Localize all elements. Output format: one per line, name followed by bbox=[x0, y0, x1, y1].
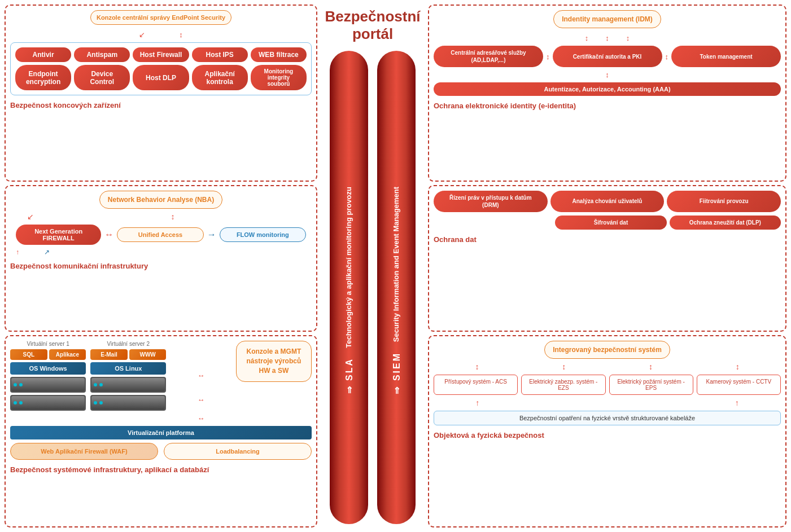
dlp-pill: Ochrana zneužití dat (DLP) bbox=[670, 216, 781, 230]
device-control-pill: Device Control bbox=[74, 65, 130, 90]
cylinder-siem: Security Information and Event Managemen… bbox=[377, 51, 416, 524]
section-title-dataprotection: Ochrana dat bbox=[434, 235, 781, 244]
server1-icon bbox=[10, 377, 86, 393]
server2-icon-2 bbox=[90, 395, 166, 411]
nba-pill: Network Behavior Analyse (NBA) bbox=[99, 191, 222, 209]
server-dot-8 bbox=[99, 401, 103, 405]
konzole-mgmt-pill: Konzole a MGMT nástroje výrobců HW a SW bbox=[236, 341, 312, 381]
monitoring-integrity-pill: Monitoring integrity souborů bbox=[251, 65, 307, 90]
arrow-h1: ↕ bbox=[546, 46, 550, 67]
server1-icon-2 bbox=[10, 395, 86, 411]
siem-label: ⇒ SIEM bbox=[391, 352, 402, 394]
aplikace-app: Aplikace bbox=[49, 349, 86, 360]
cable-label-box: Bezpečnostní opatření na fyzické vrstvě … bbox=[434, 411, 781, 425]
phys-up-arrows: ↕↕↕↕ bbox=[434, 362, 781, 371]
filtering-pill: Fiitrování provozu bbox=[667, 191, 781, 212]
firewall-pill: Next Generation FIREWALL bbox=[16, 225, 101, 245]
konzole-pill: Konzole centrální správy EndPoint Securi… bbox=[90, 10, 231, 25]
waf-pill: Web Aplikační Firewall (WAF) bbox=[10, 443, 158, 460]
section-title-endpoint: Bezpečnost koncových zařízení bbox=[10, 101, 312, 109]
endpoint-enc-pill: Endpoint encryption bbox=[15, 65, 71, 90]
host-ips-pill: Host IPS bbox=[192, 47, 248, 62]
cylinder-siem-text: Security Information and Event Managemen… bbox=[392, 181, 401, 348]
server1-label: Virtuální server 1 bbox=[10, 341, 86, 347]
server-dot-4 bbox=[19, 401, 23, 405]
idm-pill: Indentity management (IDM) bbox=[553, 10, 661, 28]
host-firewall-pill: Host Firewall bbox=[133, 47, 189, 62]
server2-icon bbox=[90, 377, 166, 393]
phys-up-arrows-2: ↑||↑ bbox=[434, 398, 781, 407]
arrow-konzole-2: ↔ bbox=[198, 395, 205, 404]
server2-label: Virtuální server 2 bbox=[90, 341, 166, 347]
bottom-arrow-row: ↑ ↗ bbox=[10, 248, 312, 256]
idm-arrows: ↕↕↕ bbox=[434, 34, 781, 42]
sql-app: SQL bbox=[10, 349, 47, 360]
web-filtrace-pill: WEB filtrace bbox=[251, 47, 307, 62]
phys-cctv-item: Kamerový systém - CCTV bbox=[697, 375, 781, 395]
section-title-network: Bezpečnost komunikační infrastruktury bbox=[10, 262, 312, 270]
section-title-sysinfra: Bezpečnost systémové infrastruktury, apl… bbox=[10, 465, 312, 474]
arrow-h2: ↕ bbox=[665, 46, 669, 67]
os-linux-bar: OS Linux bbox=[90, 362, 166, 375]
aaa-pill: Autentizace, Autorizace, Accounting (AAA… bbox=[434, 82, 781, 96]
email-app: E-Mail bbox=[90, 349, 128, 360]
phys-ezs-item: Elektrický zabezp. systém - EZS bbox=[521, 375, 605, 395]
host-dlp-pill: Host DLP bbox=[133, 65, 189, 90]
arrow-konzole: ↔ bbox=[198, 371, 205, 380]
phys-acs-item: Přístupový systém - ACS bbox=[434, 375, 518, 395]
phys-eps-item: Elektrický požární systém - EPS bbox=[609, 375, 693, 395]
section-title-physical: Objektová a fyzická bezpečnost bbox=[434, 431, 781, 439]
antivir-pill: Antivir bbox=[15, 47, 71, 62]
section-system-infra: Virtuální server 1 SQL Aplikace OS Windo… bbox=[5, 335, 317, 527]
cylinders-wrapper: Technologický a aplikační monitoring pro… bbox=[330, 45, 416, 530]
section-title-identity: Ochrana elektronické identity (e-identit… bbox=[434, 102, 781, 110]
portal-title: Bezpečnostní portál bbox=[325, 2, 420, 45]
cert-auth-pill: Certifikační autorita a PKI bbox=[553, 46, 662, 67]
section-physical-security: Integrovaný bezpečnostní systém ↕↕↕↕ Pří… bbox=[428, 335, 786, 527]
app-kontrola-pill: Aplikační kontrola bbox=[192, 65, 248, 90]
mid-arrows: ↕ bbox=[434, 71, 781, 79]
virt-platform-bar: Virtualizační platforma bbox=[10, 426, 312, 439]
arrow-ua-flow: → bbox=[207, 230, 216, 240]
arrow-fw-ua: ↔ bbox=[104, 230, 113, 240]
endpoint-inner-box: Antivir Antispam Host Firewall Host IPS … bbox=[10, 42, 312, 95]
server-dot-3 bbox=[14, 401, 17, 405]
central-services-pill: Centrální adresářové služby (AD,LDAP,...… bbox=[434, 46, 543, 67]
cylinder-sla: Technologický a aplikační monitoring pro… bbox=[330, 51, 368, 524]
center-column: Bezpečnostní portál Technologický a apli… bbox=[322, 0, 423, 532]
phys-items-row: Přístupový systém - ACS Elektrický zabez… bbox=[434, 375, 781, 395]
arrow-konzole-3: ↔ bbox=[198, 414, 205, 423]
server-dot-6 bbox=[99, 383, 103, 386]
server-dot-7 bbox=[94, 401, 97, 405]
server-dot-2 bbox=[19, 383, 23, 386]
antispam-pill: Antispam bbox=[74, 47, 130, 62]
drm-pill: Řízení práv v přístupu k datům (DRM) bbox=[434, 191, 548, 212]
unified-access-pill: Unified Access bbox=[117, 227, 203, 242]
server-dot-5 bbox=[94, 383, 97, 386]
flow-monitoring-pill: FLOW monitoring bbox=[220, 227, 306, 242]
www-app: WWW bbox=[129, 349, 167, 360]
encryption-pill: Šifrování dat bbox=[555, 216, 666, 230]
nba-arrow: ↙ ↕ bbox=[10, 212, 312, 221]
arrows-row: ↙↕ bbox=[10, 30, 312, 39]
cylinder-sla-text: Technologický a aplikační monitoring pro… bbox=[344, 181, 354, 354]
section-network-infra: Network Behavior Analyse (NBA) ↙ ↕ Next … bbox=[5, 185, 317, 332]
section-endpoint-security: Konzole centrální správy EndPoint Securi… bbox=[5, 5, 317, 182]
token-mgmt-pill: Token management bbox=[671, 46, 781, 67]
loadbalancing-pill: Loadbalancing bbox=[164, 443, 312, 460]
section-identity: Indentity management (IDM) ↕↕↕ Centrální… bbox=[428, 5, 786, 182]
behavior-pill: Analýza chování uživatelů bbox=[550, 191, 665, 212]
integrated-system-pill: Integrovaný bezpečnostní systém bbox=[544, 341, 670, 359]
sla-label: ⇒ SLA bbox=[344, 358, 355, 394]
os-windows-bar: OS Windows bbox=[10, 362, 86, 375]
server-dot-1 bbox=[14, 383, 17, 386]
section-data-protection: Řízení práv v přístupu k datům (DRM) Ana… bbox=[428, 185, 786, 332]
